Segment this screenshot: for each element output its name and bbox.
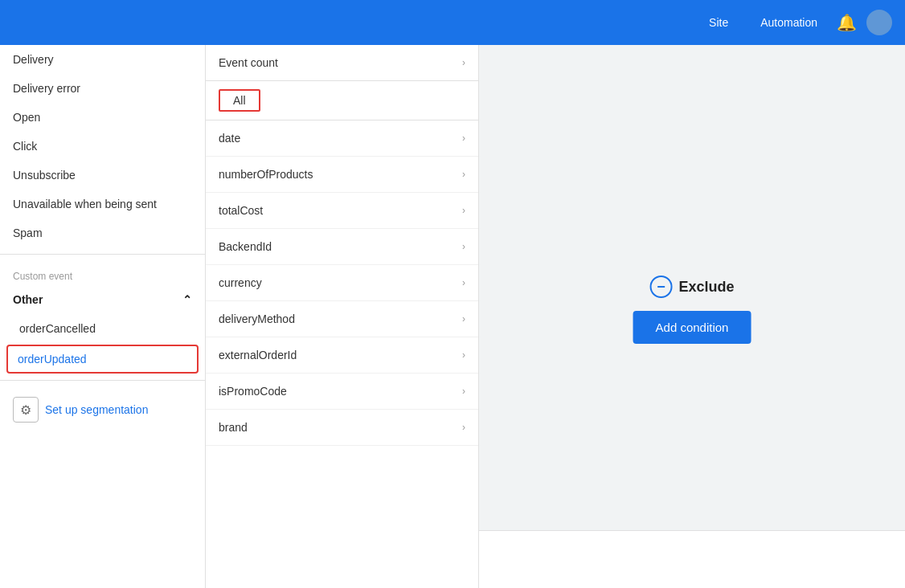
- exclude-section: − Exclude Add condition: [633, 276, 751, 344]
- divider-1: [0, 254, 205, 255]
- top-navigation: Site Automation 🔔: [0, 0, 905, 45]
- exclude-label: Exclude: [678, 279, 734, 296]
- left-item-unsubscribe[interactable]: Unsubscribe: [0, 161, 205, 190]
- event-count-header: Event count ›: [206, 45, 478, 81]
- nav-icons: 🔔: [837, 10, 892, 35]
- filter-external-order-id[interactable]: externalOrderId ›: [206, 337, 478, 374]
- filter-number-of-products-label: numberOfProducts: [219, 168, 313, 181]
- chevron-right-icon: ›: [462, 386, 465, 397]
- filter-is-promo-code-label: isPromoCode: [219, 385, 287, 398]
- chevron-right-icon: ›: [462, 313, 465, 325]
- filter-total-cost-label: totalCost: [219, 204, 263, 217]
- gear-icon: ⚙: [13, 397, 39, 423]
- filter-total-cost[interactable]: totalCost ›: [206, 193, 478, 229]
- exclude-row: − Exclude: [649, 276, 734, 298]
- setup-segmentation-label: Set up segmentation: [45, 403, 148, 416]
- all-button-container: All: [206, 81, 478, 120]
- filter-brand-label: brand: [219, 421, 248, 434]
- custom-event-label: Custom event: [0, 261, 205, 285]
- filter-currency-label: currency: [219, 276, 262, 289]
- filter-delivery-method-label: deliveryMethod: [219, 312, 295, 325]
- other-group-header[interactable]: Other ⌃: [0, 285, 205, 314]
- chevron-up-icon: ⌃: [182, 293, 192, 306]
- filter-currency[interactable]: currency ›: [206, 265, 478, 301]
- avatar[interactable]: [866, 10, 892, 35]
- filter-number-of-products[interactable]: numberOfProducts ›: [206, 157, 478, 193]
- filter-date[interactable]: date ›: [206, 120, 478, 157]
- left-item-spam[interactable]: Spam: [0, 218, 205, 247]
- chevron-right-icon: ›: [462, 349, 465, 361]
- nav-site[interactable]: Site: [702, 13, 735, 32]
- filter-external-order-id-label: externalOrderId: [219, 349, 297, 361]
- order-updated-item[interactable]: orderUpdated: [6, 345, 199, 374]
- chevron-right-icon: ›: [462, 169, 465, 180]
- add-condition-button[interactable]: Add condition: [633, 311, 751, 344]
- right-panel: − Exclude Add condition: [479, 45, 905, 588]
- nav-automation[interactable]: Automation: [754, 13, 824, 32]
- chevron-right-icon: ›: [462, 241, 465, 252]
- exclude-icon: −: [649, 276, 672, 298]
- filter-delivery-method[interactable]: deliveryMethod ›: [206, 301, 478, 337]
- left-item-delivery-error[interactable]: Delivery error: [0, 74, 205, 103]
- divider-2: [0, 380, 205, 381]
- main-content: Analytics Delivery Delivery error Open C…: [0, 45, 905, 588]
- left-item-open[interactable]: Open: [0, 103, 205, 132]
- event-count-label: Event count: [219, 56, 278, 69]
- chevron-right-icon: ›: [462, 422, 465, 433]
- all-button[interactable]: All: [219, 89, 260, 112]
- nav-links: Site Automation: [702, 13, 824, 32]
- bell-icon[interactable]: 🔔: [837, 13, 857, 32]
- filter-date-label: date: [219, 132, 240, 145]
- chevron-right-icon: ›: [462, 205, 465, 216]
- event-count-chevron: ›: [462, 57, 465, 68]
- filter-is-promo-code[interactable]: isPromoCode ›: [206, 374, 478, 410]
- chevron-right-icon: ›: [462, 133, 465, 144]
- chevron-right-icon: ›: [462, 277, 465, 288]
- other-label: Other: [13, 293, 43, 306]
- left-panel: Delivery Delivery error Open Click Unsub…: [0, 45, 206, 588]
- filter-brand[interactable]: brand ›: [206, 410, 478, 446]
- filter-backend-id[interactable]: BackendId ›: [206, 229, 478, 265]
- middle-panel: Event count › All date › numberOfProduct…: [206, 45, 479, 588]
- filter-backend-id-label: BackendId: [219, 240, 272, 253]
- setup-segmentation-btn[interactable]: ⚙ Set up segmentation: [0, 387, 205, 432]
- left-item-delivery[interactable]: Delivery: [0, 45, 205, 74]
- order-cancelled-item[interactable]: orderCancelled: [0, 314, 205, 343]
- left-item-click[interactable]: Click: [0, 132, 205, 161]
- left-item-unavailable[interactable]: Unavailable when being sent: [0, 190, 205, 218]
